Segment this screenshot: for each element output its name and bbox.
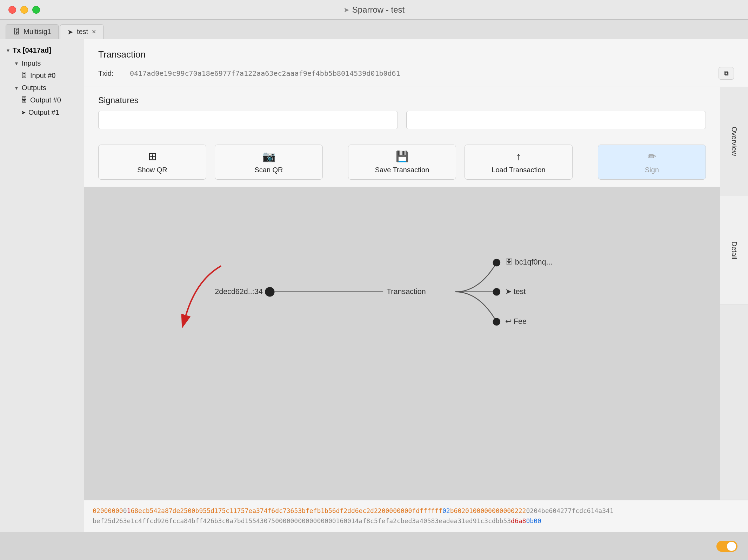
graph-section: 2decd62d..:34 Transaction 🗄 bc1qf0nq... [84,87,748,500]
db-icon: 🗄 [13,28,20,36]
statusbar [0,532,748,560]
sparrow-icon: ➤ [343,6,349,14]
expand-outputs-icon: ▼ [14,85,19,91]
hex-blue-2: 0b00 [526,517,541,525]
svg-point-7 [493,288,501,296]
input-icon: 🗄 [21,72,27,79]
sidebar-section-tx[interactable]: ▼ Tx [0417ad] [0,44,84,57]
svg-text:↩ Fee: ↩ Fee [505,317,527,326]
svg-text:🗄 bc1qf0nq...: 🗄 bc1qf0nq... [505,258,553,266]
svg-text:2decd62d..:34: 2decd62d..:34 [215,287,263,296]
hex-red-1: 1 [127,507,131,514]
hex-line-2: bef25d263e1c4ffcd926fcca84bff426b3c0a7bd… [93,516,740,526]
sidebar-item-input0[interactable]: 🗄 Input #0 [0,69,84,82]
minimize-button[interactable] [20,6,28,14]
tab-overview[interactable]: Overview [720,87,748,196]
arrow-icon: ➤ [67,28,73,36]
svg-point-0 [265,287,274,296]
tab-multisig1[interactable]: 🗄 Multisig1 [6,24,59,39]
toggle-knob [727,542,736,551]
hex-orange-3: b6020100000000000222 [450,507,526,514]
svg-point-4 [493,259,501,267]
sidebar-item-output0[interactable]: 🗄 Output #0 [0,94,84,106]
tab-close-button[interactable]: ✕ [92,28,96,35]
tab-detail[interactable]: Detail [720,196,748,305]
tab-test[interactable]: ➤ test ✕ [60,24,103,39]
txid-row: Txid: 0417ad0e19c99c70a18e6977f7a122aa63… [98,67,734,80]
maximize-button[interactable] [32,6,40,14]
content-main: Transaction Txid: 0417ad0e19c99c70a18e69… [84,39,748,532]
copy-icon: ⧉ [724,70,729,77]
hex-red-2: d6a8 [511,517,526,525]
svg-text:Transaction: Transaction [387,287,426,296]
output0-icon: 🗄 [21,96,27,104]
toggle-switch[interactable] [716,541,737,552]
expand-inputs-icon: ▼ [14,61,19,66]
hex-orange-1: 02000000 [93,507,123,514]
close-button[interactable] [8,6,16,14]
graph-inner: 2decd62d..:34 Transaction 🗄 bc1qf0nq... [84,87,720,500]
window-title: ➤ Sparrow - test [343,5,405,15]
main-area: ▼ Tx [0417ad] ▼ Inputs 🗄 Input #0 ▼ Outp… [0,39,748,532]
sidebar-item-inputs[interactable]: ▼ Inputs [0,57,84,69]
sidebar: ▼ Tx [0417ad] ▼ Inputs 🗄 Input #0 ▼ Outp… [0,39,84,532]
hex-gray-3: bef25d263e1c4ffcd926fcca84bff426b3c0a7bd… [93,517,511,525]
right-panel: Overview Detail [720,87,748,500]
hex-gray-1: 0 [123,507,127,514]
hex-line-1: 020000000168ecb542a87de2500b955d175c1175… [93,506,740,516]
transaction-panel: Transaction Txid: 0417ad0e19c99c70a18e69… [84,39,748,87]
sidebar-item-output1[interactable]: ➤ Output #1 [0,106,84,119]
expand-icon: ▼ [6,48,11,53]
app-window: ➤ Sparrow - test 🗄 Multisig1 ➤ test ✕ ▼ … [0,0,748,560]
txid-value: 0417ad0e19c99c70a18e6977f7a122aa63ec2aaa… [130,69,712,78]
sidebar-item-outputs[interactable]: ▼ Outputs [0,82,84,94]
svg-text:➤ test: ➤ test [505,287,526,296]
svg-point-9 [493,318,501,326]
traffic-lights [8,6,40,14]
tabbar: 🗄 Multisig1 ➤ test ✕ [0,20,748,39]
transaction-graph: 2decd62d..:34 Transaction 🗄 bc1qf0nq... [84,87,720,500]
copy-button[interactable]: ⧉ [719,67,734,80]
hex-gray-2: 0204be604277fcdc614a341 [526,507,613,514]
txid-label: Txid: [98,69,123,78]
hex-display: 020000000168ecb542a87de2500b955d175c1175… [84,500,748,532]
hex-orange-2: 68ecb542a87de2500b955d175c11757ea374f6dc… [131,507,442,514]
titlebar: ➤ Sparrow - test [0,0,748,20]
hex-blue-1: 02 [442,507,450,514]
output1-icon: ➤ [21,109,26,116]
transaction-title: Transaction [98,49,734,60]
